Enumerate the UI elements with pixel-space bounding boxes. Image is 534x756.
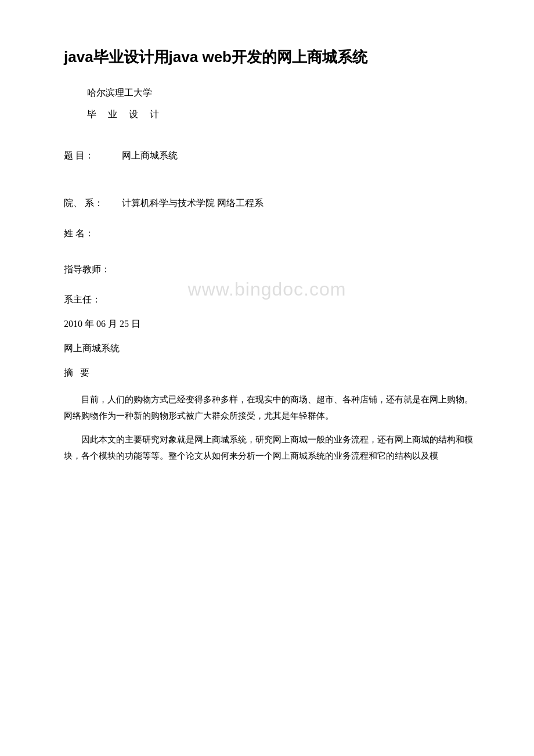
page-title: java毕业设计用java web开发的网上商城系统 bbox=[64, 46, 476, 67]
date-field: 2010 年 06 月 25 日 bbox=[64, 315, 476, 333]
dept-head-field: 系主任： bbox=[64, 290, 476, 309]
topic-field: 题 目： 网上商城系统 bbox=[64, 146, 476, 165]
abstract-para-2: 因此本文的主要研究对象就是网上商城系统，研究网上商城一般的业务流程，还有网上商城… bbox=[64, 431, 476, 465]
name-label: 姓 名： bbox=[64, 224, 122, 243]
topic-label: 题 目： bbox=[64, 146, 122, 165]
university-name: 哈尔滨理工大学 bbox=[87, 85, 476, 102]
dept-label: 院、 系： bbox=[64, 194, 122, 213]
instructor-field: 指导教师： bbox=[64, 260, 476, 279]
name-field: 姓 名： bbox=[64, 224, 476, 243]
dept-field: 院、 系： 计算机科学与技术学院 网络工程系 bbox=[64, 194, 476, 213]
abstract-heading: 摘 要 bbox=[64, 363, 476, 382]
dept-head-label: 系主任： bbox=[64, 290, 122, 309]
topic-value: 网上商城系统 bbox=[122, 146, 476, 165]
thesis-type: 毕 业 设 计 bbox=[87, 106, 476, 123]
document-page: www.bingdoc.com java毕业设计用java web开发的网上商城… bbox=[0, 0, 534, 756]
abstract-para-1: 目前，人们的购物方式已经变得多种多样，在现实中的商场、超市、各种店铺，还有就是在… bbox=[64, 391, 476, 424]
dept-value: 计算机科学与技术学院 网络工程系 bbox=[122, 194, 476, 213]
instructor-label: 指导教师： bbox=[64, 260, 122, 279]
system-title: 网上商城系统 bbox=[64, 339, 476, 358]
